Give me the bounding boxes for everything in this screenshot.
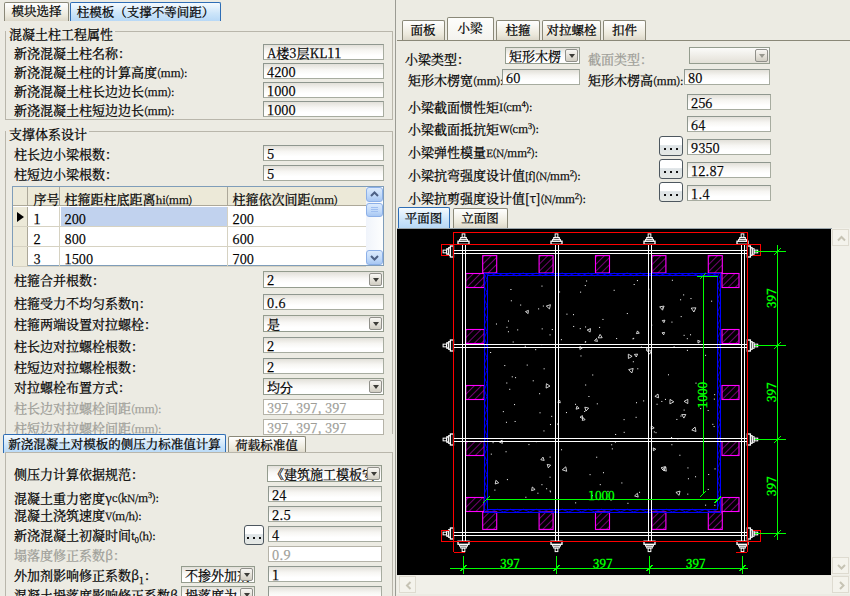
svg-text:397: 397 <box>762 382 779 402</box>
svg-text:397: 397 <box>762 288 779 308</box>
svg-text:397: 397 <box>593 554 613 571</box>
svg-text:397: 397 <box>686 554 706 571</box>
svg-text:1000: 1000 <box>693 381 710 408</box>
svg-text:1000: 1000 <box>588 486 615 503</box>
svg-text:397: 397 <box>500 554 520 571</box>
svg-text:397: 397 <box>762 476 779 496</box>
